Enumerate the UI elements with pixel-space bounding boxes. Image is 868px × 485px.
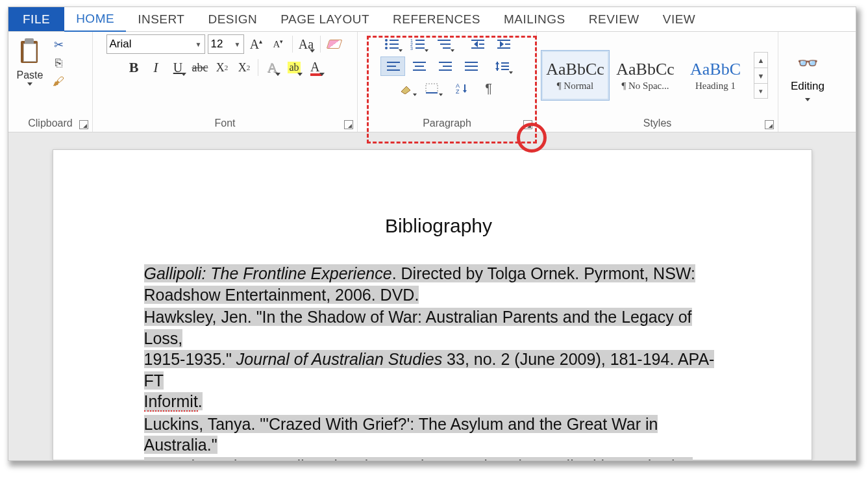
highlight-button[interactable]: ab bbox=[284, 58, 304, 77]
ribbon-tabs: FILE HOME INSERT DESIGN PAGE LAYOUT REFE… bbox=[8, 7, 856, 32]
format-painter-button[interactable]: 🖌 bbox=[50, 73, 67, 89]
numbering-icon: 123 bbox=[410, 38, 425, 50]
binoculars-icon: 👓 bbox=[797, 53, 818, 73]
align-right-button[interactable] bbox=[432, 56, 457, 76]
style-heading-1[interactable]: AaBbC Heading 1 bbox=[681, 50, 750, 101]
tab-review[interactable]: REVIEW bbox=[577, 7, 651, 31]
tab-insert[interactable]: INSERT bbox=[126, 7, 196, 31]
justify-icon bbox=[464, 60, 478, 72]
tab-file[interactable]: FILE bbox=[8, 7, 64, 31]
copy-icon: ⎘ bbox=[55, 56, 62, 70]
shrink-font-button[interactable]: A▾ bbox=[269, 34, 288, 54]
group-clipboard: Paste ✂ ⎘ 🖌 Clipboard bbox=[8, 32, 93, 132]
svg-marker-15 bbox=[474, 41, 478, 47]
pilcrow-icon: ¶ bbox=[485, 81, 492, 96]
numbering-button[interactable]: 123 bbox=[405, 34, 430, 54]
font-launcher[interactable] bbox=[344, 120, 353, 129]
decrease-indent-button[interactable] bbox=[465, 34, 490, 54]
borders-button[interactable] bbox=[419, 79, 444, 98]
group-styles: AaBbCc ¶ Normal AaBbCc ¶ No Spac... AaBb… bbox=[537, 32, 778, 132]
increase-indent-button[interactable] bbox=[491, 34, 515, 54]
ribbon: Paste ✂ ⎘ 🖌 Clipboard Arial▼ bbox=[8, 32, 856, 132]
highlight-icon: ab bbox=[288, 62, 300, 73]
italic-button[interactable]: I bbox=[146, 58, 166, 77]
align-left-icon bbox=[386, 60, 400, 72]
show-marks-button[interactable]: ¶ bbox=[477, 79, 501, 98]
bibliography-entry: Hawksley, Jen. "In the Shadow of War: Au… bbox=[144, 306, 734, 412]
font-color-button[interactable]: A bbox=[306, 58, 326, 77]
font-size-combo[interactable]: 12▼ bbox=[208, 34, 244, 54]
align-left-button[interactable] bbox=[380, 56, 405, 76]
styles-scroll-down[interactable]: ▼ bbox=[754, 68, 768, 83]
grow-font-button[interactable]: A▴ bbox=[247, 34, 266, 54]
styles-expand[interactable]: ▾ bbox=[754, 83, 768, 99]
styles-launcher[interactable] bbox=[765, 120, 774, 129]
document-page[interactable]: Bibliography Gallipoli: The Frontline Ex… bbox=[53, 149, 812, 460]
align-center-button[interactable] bbox=[406, 56, 431, 76]
bold-button[interactable]: B bbox=[124, 58, 143, 77]
underline-button[interactable]: U bbox=[168, 58, 188, 77]
shrink-font-icon: A▾ bbox=[273, 38, 284, 50]
clipboard-icon bbox=[17, 37, 43, 68]
paragraph-launcher[interactable] bbox=[523, 120, 532, 129]
grow-font-icon: A▴ bbox=[250, 37, 262, 52]
borders-icon bbox=[425, 82, 439, 94]
shading-icon bbox=[399, 82, 413, 94]
svg-text:Z: Z bbox=[456, 88, 460, 94]
page-title: Bibliography bbox=[144, 215, 734, 237]
multilevel-icon bbox=[436, 38, 451, 50]
svg-point-4 bbox=[385, 47, 388, 49]
svg-point-0 bbox=[385, 39, 388, 42]
subscript-button[interactable]: X2 bbox=[212, 58, 232, 77]
cut-button[interactable]: ✂ bbox=[50, 37, 67, 53]
group-label-font: Font bbox=[214, 118, 235, 129]
copy-button[interactable]: ⎘ bbox=[50, 55, 67, 71]
tab-home[interactable]: HOME bbox=[64, 7, 126, 32]
editing-button[interactable]: 👓 Editing bbox=[782, 34, 833, 116]
style-no-spacing[interactable]: AaBbCc ¶ No Spac... bbox=[611, 50, 680, 101]
svg-marker-37 bbox=[495, 68, 499, 71]
tab-mailings[interactable]: MAILINGS bbox=[492, 7, 577, 31]
svg-point-2 bbox=[385, 43, 388, 45]
paintbrush-icon: 🖌 bbox=[53, 75, 64, 88]
bibliography-entry: Gallipoli: The Frontline Experience. Dir… bbox=[144, 263, 734, 305]
clipboard-launcher[interactable] bbox=[79, 120, 88, 129]
superscript-button[interactable]: X2 bbox=[234, 58, 254, 77]
group-label-styles: Styles bbox=[643, 118, 672, 129]
text-effects-button[interactable]: A bbox=[262, 58, 282, 77]
increase-indent-icon bbox=[496, 38, 510, 50]
eraser-icon bbox=[326, 40, 342, 49]
line-spacing-button[interactable] bbox=[490, 56, 514, 76]
strikethrough-button[interactable]: abc bbox=[190, 58, 210, 77]
clear-formatting-button[interactable] bbox=[325, 34, 344, 54]
tab-page-layout[interactable]: PAGE LAYOUT bbox=[269, 7, 381, 31]
bullets-button[interactable] bbox=[379, 34, 404, 54]
group-paragraph: 123 bbox=[358, 32, 537, 132]
font-name-combo[interactable]: Arial▼ bbox=[106, 34, 205, 54]
shading-button[interactable] bbox=[393, 79, 418, 98]
decrease-indent-icon bbox=[470, 38, 484, 50]
svg-marker-19 bbox=[500, 41, 504, 47]
sort-button[interactable]: AZ bbox=[451, 79, 475, 98]
change-case-button[interactable]: Aa bbox=[297, 34, 316, 54]
tab-references[interactable]: REFERENCES bbox=[381, 7, 492, 31]
styles-scroll-up[interactable]: ▲ bbox=[754, 52, 768, 68]
align-center-icon bbox=[412, 60, 426, 72]
app-window: FILE HOME INSERT DESIGN PAGE LAYOUT REFE… bbox=[8, 6, 856, 461]
document-area: Bibliography Gallipoli: The Frontline Ex… bbox=[8, 132, 856, 460]
style-normal[interactable]: AaBbCc ¶ Normal bbox=[541, 50, 610, 101]
group-editing: 👓 Editing bbox=[778, 32, 841, 132]
tab-design[interactable]: DESIGN bbox=[196, 7, 269, 31]
sort-icon: AZ bbox=[456, 82, 470, 94]
multilevel-list-button[interactable] bbox=[431, 34, 456, 54]
tab-view[interactable]: VIEW bbox=[651, 7, 708, 31]
bullets-icon bbox=[384, 38, 399, 50]
paste-button[interactable]: Paste bbox=[12, 34, 47, 86]
group-label-paragraph: Paragraph bbox=[423, 118, 471, 129]
svg-rect-41 bbox=[426, 84, 438, 93]
scissors-icon: ✂ bbox=[54, 38, 64, 52]
justify-button[interactable] bbox=[458, 56, 483, 76]
group-font: Arial▼ 12▼ A▴ A▾ Aa B I U abc bbox=[93, 32, 358, 132]
group-label-clipboard: Clipboard bbox=[28, 118, 72, 129]
align-right-icon bbox=[438, 60, 452, 72]
